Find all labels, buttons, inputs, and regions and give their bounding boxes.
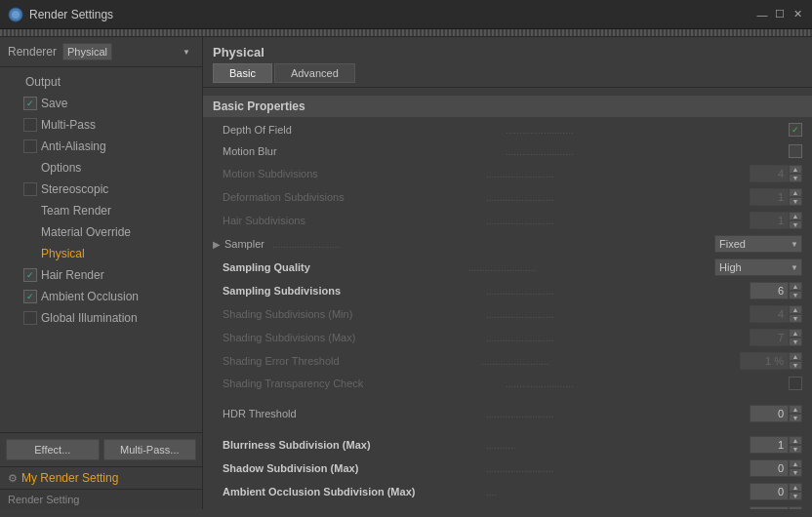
shading-transparency-checkbox[interactable] [789,377,802,390]
shadingmax-down[interactable]: ▼ [789,338,802,346]
shadingmax-spinner: ▲ ▼ [750,329,802,346]
hairrender-check: ✓ [23,268,37,282]
tab-basic[interactable]: Basic [213,63,272,83]
dof-dots: ......................... [506,125,785,136]
sidebar-item-save[interactable]: ✓ Save [16,93,202,114]
hdr-up[interactable]: ▲ [789,405,802,414]
defsub-up[interactable]: ▲ [789,188,802,197]
nav-list: Output ✓ Save Multi-Pass Anti-Aliasing O… [0,67,202,432]
ao-sub-label: Ambient Occlusion Subdivision (Max) [223,486,482,497]
restore-button[interactable]: ☐ [773,8,787,21]
close-button[interactable]: ✕ [791,8,804,21]
hairsub-input[interactable] [750,212,789,229]
defsub-down[interactable]: ▼ [789,197,802,206]
motionsub-down[interactable]: ▼ [789,174,802,182]
hairsub-label: Hair Subdivisions [223,215,482,226]
shadingmin-spinner-btns: ▲ ▼ [789,305,802,323]
ao-sub-spinner-btns: ▲ ▼ [789,483,802,500]
hairrender-label: Hair Render [41,268,104,282]
samplingsub-up[interactable]: ▲ [789,282,802,291]
shadow-input[interactable] [750,459,789,477]
shadingmax-dots: ......................... [486,333,746,343]
save-check: ✓ [23,97,37,110]
samplingquality-select[interactable]: Low Medium High Custom [714,258,802,276]
shadingmin-dots: ......................... [486,309,746,320]
hdr-input[interactable] [750,405,789,422]
materialoverride-label: Material Override [41,225,131,239]
shadow-up[interactable]: ▲ [789,459,802,468]
sidebar-item-options[interactable]: Options [16,157,202,179]
motionsub-input[interactable] [750,165,789,182]
multipass-check [23,118,37,132]
motionsub-up[interactable]: ▲ [789,165,802,174]
sidebar-item-ambientocclusion[interactable]: ✓ Ambient Occlusion [16,286,202,307]
shadingmin-down[interactable]: ▼ [789,314,802,323]
shadingmin-label: Shading Subdivisions (Min) [223,308,482,320]
output-label: Output [25,75,61,89]
sampler-dots: ......................... [272,239,710,250]
tab-advanced[interactable]: Advanced [274,63,355,83]
motionsub-spinner-btns: ▲ ▼ [789,165,802,182]
settings-icon: ⚙ [8,472,18,485]
motionsub-dots: ......................... [486,169,746,179]
stereo-label: Stereoscopic [41,182,108,196]
defsub-input[interactable] [750,188,789,206]
sss-sub-up[interactable]: ▲ [789,506,802,509]
sampler-expand-icon[interactable]: ▶ [213,239,221,250]
ao-sub-down[interactable]: ▼ [789,492,802,500]
renderer-select-wrap: Physical [62,43,194,60]
sidebar-item-globalillumination[interactable]: Global Illumination [16,307,202,329]
hairsub-up[interactable]: ▲ [789,212,802,220]
prop-row-shadingmin: Shading Subdivisions (Min) .............… [203,302,812,326]
sidebar-item-hairrender[interactable]: ✓ Hair Render [16,264,202,286]
samplingsub-down[interactable]: ▼ [789,291,802,299]
blurriness-down[interactable]: ▼ [789,445,802,454]
hdr-down[interactable]: ▼ [789,414,802,422]
prop-row-shading-transparency: Shading Transparency Check .............… [203,373,812,394]
stereo-check [23,182,37,196]
blurriness-up[interactable]: ▲ [789,436,802,445]
shadingmax-input[interactable] [750,329,789,346]
shadingmin-up[interactable]: ▲ [789,305,802,314]
motionblur-checkbox[interactable] [789,144,802,158]
motionblur-label: Motion Blur [223,145,502,157]
separator-1 [203,394,812,402]
hairsub-down[interactable]: ▼ [789,220,802,229]
render-setting-label: Render Setting [8,494,79,505]
ao-check: ✓ [23,290,37,303]
aa-label: Anti-Aliasing [41,139,106,153]
sidebar-item-multipass[interactable]: Multi-Pass [16,114,202,136]
shading-transparency-dots: ......................... [506,378,785,389]
minimize-button[interactable]: — [755,8,769,21]
sampler-select[interactable]: Fixed Adaptive Progressive [714,235,802,253]
sidebar-item-stereoscopic[interactable]: Stereoscopic [16,179,202,200]
sidebar-item-teamrender[interactable]: Team Render [16,200,202,221]
multipass-button[interactable]: Multi-Pass... [103,439,197,460]
effect-button[interactable]: Effect... [6,439,100,460]
section-basic-properties: Basic Properties [203,96,812,117]
sidebar-item-output[interactable]: Output [0,71,202,93]
ao-sub-up[interactable]: ▲ [789,483,802,492]
samplingsub-spinner: ▲ ▼ [750,282,802,299]
shadingmax-spinner-btns: ▲ ▼ [789,329,802,346]
shadingmax-up[interactable]: ▲ [789,329,802,338]
sidebar-item-materialoverride[interactable]: Material Override [16,221,202,243]
multipass-label: Multi-Pass [41,118,96,132]
my-render-label[interactable]: My Render Setting [21,471,118,485]
samplingsub-input[interactable] [750,282,789,299]
sidebar-item-antialiasing[interactable]: Anti-Aliasing [16,136,202,157]
renderer-select[interactable]: Physical [62,43,112,60]
ao-sub-input[interactable] [750,483,789,500]
shading-error-up[interactable]: ▲ [789,352,802,361]
sss-sub-input[interactable] [750,506,789,509]
shadow-down[interactable]: ▼ [789,468,802,477]
blurriness-input[interactable] [750,436,789,454]
shading-error-input[interactable] [740,352,789,370]
dof-checkbox[interactable]: ✓ [789,123,802,137]
sidebar-item-physical[interactable]: Physical [16,243,202,264]
hairsub-spinner-btns: ▲ ▼ [789,212,802,229]
ao-sub-spinner: ▲ ▼ [750,483,802,500]
shadingmin-input[interactable] [750,305,789,323]
hdr-spinner: ▲ ▼ [750,405,802,422]
shading-error-down[interactable]: ▼ [789,361,802,370]
